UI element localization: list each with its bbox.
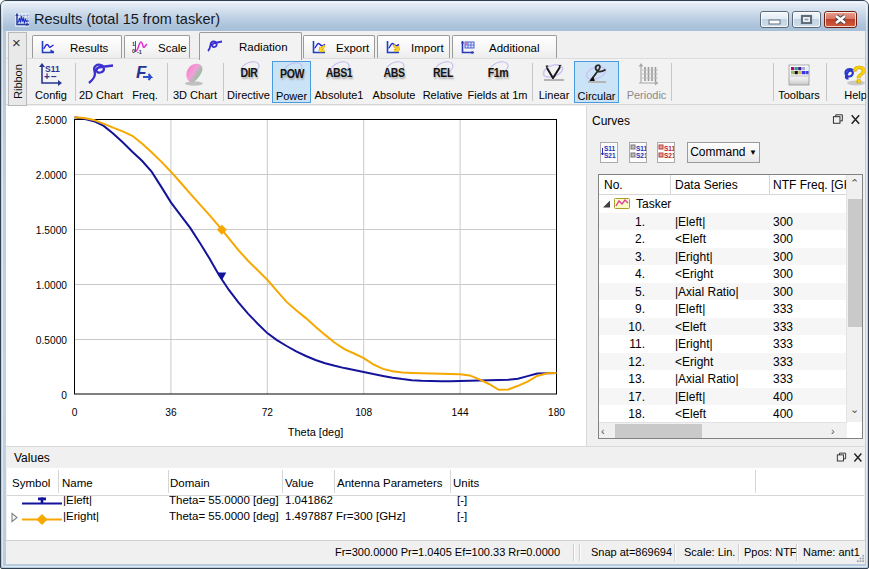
svg-text:S21: S21 — [636, 152, 646, 159]
svg-text:S21: S21 — [604, 152, 616, 159]
svg-text:144: 144 — [452, 407, 469, 418]
svg-text:108: 108 — [355, 407, 372, 418]
svg-text:S11: S11 — [664, 145, 674, 152]
svg-text:?: ? — [852, 62, 867, 88]
svg-text:0: 0 — [72, 407, 78, 418]
svg-text:1.5000: 1.5000 — [36, 225, 67, 236]
svg-text:+: + — [44, 71, 50, 82]
svg-text:1: 1 — [132, 41, 135, 47]
svg-text:2.5000: 2.5000 — [36, 115, 67, 126]
svg-text:0.5000: 0.5000 — [36, 335, 67, 346]
svg-text:36: 36 — [165, 407, 177, 418]
svg-text:F: F — [136, 63, 147, 82]
svg-text:S11: S11 — [604, 145, 616, 152]
svg-text:−: − — [51, 71, 57, 82]
svg-text:0: 0 — [61, 390, 67, 401]
svg-text:2.0000: 2.0000 — [36, 170, 67, 181]
svg-text:Theta [deg]: Theta [deg] — [288, 426, 344, 438]
svg-text:1.0000: 1.0000 — [36, 280, 67, 291]
svg-text:S21: S21 — [664, 152, 674, 159]
svg-text:72: 72 — [262, 407, 274, 418]
svg-text:180: 180 — [548, 407, 565, 418]
svg-text:0: 0 — [132, 48, 135, 54]
svg-text:S11: S11 — [636, 145, 646, 152]
